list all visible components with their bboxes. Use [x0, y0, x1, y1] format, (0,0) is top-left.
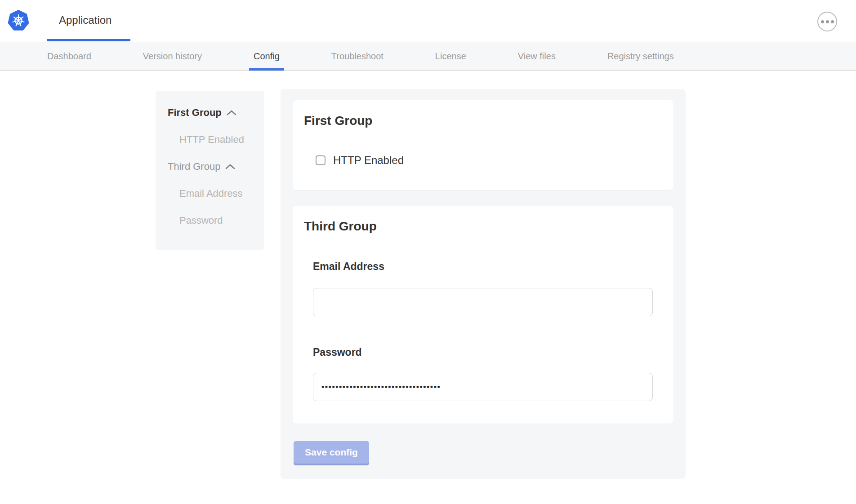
- config-groups-sidebar: First Group HTTP Enabled Third Group Ema…: [156, 91, 264, 250]
- first-group-card: First Group HTTP Enabled: [293, 100, 673, 190]
- application-tab-active-underline: [47, 39, 130, 41]
- overflow-menu-button[interactable]: [817, 12, 837, 31]
- application-tab[interactable]: Application: [47, 0, 130, 41]
- sidebar-item-first-group[interactable]: First Group: [168, 107, 264, 118]
- sidebar-item-http-enabled[interactable]: HTTP Enabled: [168, 134, 264, 145]
- config-form-container: First Group HTTP Enabled Third Group Ema…: [281, 89, 686, 479]
- sidebar-item-email-address[interactable]: Email Address: [168, 188, 264, 199]
- config-subnav: Dashboard Version history Config Trouble…: [0, 42, 856, 71]
- chevron-up-icon: [227, 110, 236, 115]
- app-header: Application: [0, 0, 856, 42]
- application-tab-label: Application: [59, 14, 111, 27]
- tab-dashboard[interactable]: Dashboard: [47, 42, 91, 71]
- third-group-card: Third Group Email Address Password: [293, 206, 673, 424]
- third-group-title: Third Group: [304, 219, 377, 234]
- tab-license[interactable]: License: [435, 42, 466, 71]
- tab-config[interactable]: Config: [254, 42, 280, 71]
- http-enabled-checkbox[interactable]: [316, 155, 325, 165]
- tab-config-active-underline: [249, 68, 284, 71]
- chevron-up-icon: [225, 164, 235, 169]
- password-label: Password: [313, 346, 362, 358]
- tab-troubleshoot[interactable]: Troubleshoot: [331, 42, 383, 71]
- sidebar-item-password[interactable]: Password: [168, 215, 264, 226]
- tab-registry-settings[interactable]: Registry settings: [607, 42, 674, 71]
- email-address-label: Email Address: [313, 261, 384, 273]
- ellipsis-icon: [821, 20, 824, 23]
- http-enabled-checkbox-row[interactable]: HTTP Enabled: [316, 154, 404, 167]
- password-input[interactable]: [313, 373, 653, 401]
- sidebar-item-third-group[interactable]: Third Group: [168, 161, 264, 172]
- save-config-button[interactable]: Save config: [294, 441, 369, 464]
- kubernetes-logo-icon: [8, 10, 29, 31]
- tab-view-files[interactable]: View files: [518, 42, 556, 71]
- http-enabled-checkbox-label: HTTP Enabled: [333, 154, 404, 167]
- first-group-title: First Group: [304, 114, 372, 128]
- tab-version-history[interactable]: Version history: [143, 42, 202, 71]
- email-address-input[interactable]: [313, 288, 653, 316]
